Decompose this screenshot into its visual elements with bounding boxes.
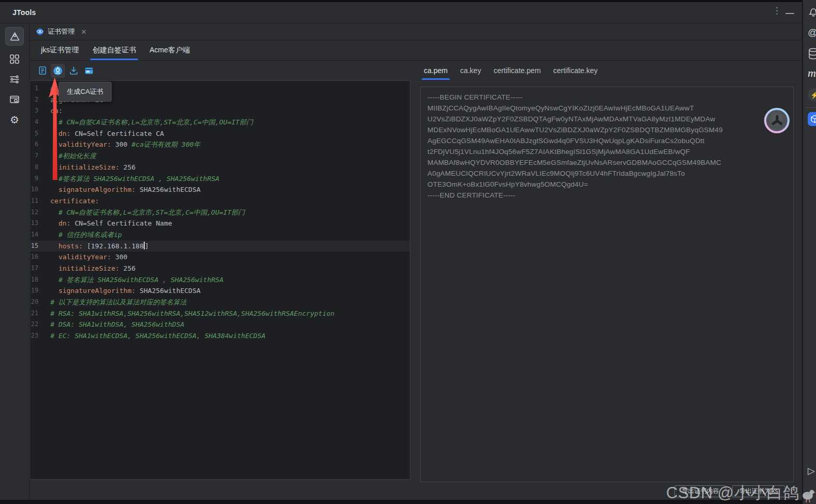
kebab-menu-icon[interactable]: ⋮: [772, 5, 780, 17]
subtab-create-self-signed-cert[interactable]: 创建自签证书: [86, 40, 143, 60]
code-line-6[interactable]: 6validityYear: 300 #ca证书有效期 300年: [30, 139, 410, 150]
code-segment-key: validityYear:: [59, 141, 112, 148]
code-segment-value: 256: [119, 264, 135, 272]
code-segment-comment: #签名算法 SHA256withECDSA , SHA256withRSA: [59, 175, 219, 183]
line-number: 16: [30, 251, 50, 263]
code-segment-value: 256: [119, 163, 135, 171]
side-app-strip: @ m ⚡ ▷: [802, 0, 816, 504]
code-line-22[interactable]: 22# DSA: SHA1withDSA, SHA256withDSA: [30, 319, 410, 330]
line-number: 23: [30, 330, 50, 342]
database-icon[interactable]: [808, 48, 816, 60]
watermark: CSDN @小小白鸽: [666, 482, 816, 504]
code-text: dn: CN=Self Certificate CA: [50, 128, 164, 139]
at-spiral-icon[interactable]: @: [808, 27, 816, 38]
cert-text-line: -----BEGIN CERTIFICATE-----: [427, 92, 786, 103]
code-line-17[interactable]: 17initializeSize: 256: [30, 263, 410, 274]
m-logo-icon[interactable]: m: [808, 66, 816, 80]
code-segment-comment: # 以下是支持的算法以及算法对应的签名算法: [50, 298, 187, 306]
line-number: 10: [30, 184, 50, 195]
code-line-3[interactable]: 3ca:: [30, 105, 410, 117]
cert-text-line: MAMBAf8wHQYDVR0OBBYEFEcM5eGSmfaeZtjUvNsA…: [427, 157, 786, 168]
code-line-5[interactable]: 5dn: CN=Self Certificate CA: [30, 128, 410, 139]
subtab-bar: jks证书管理创建自签证书Acme客户端: [30, 40, 806, 61]
code-segment-key: validityYear:: [59, 253, 112, 261]
browser-search-icon: [9, 94, 20, 105]
code-text: dn: CN=Self Certificate Name: [50, 218, 172, 229]
code-line-19[interactable]: 19signatureAlgorithm: SHA256withECDSA: [30, 285, 410, 297]
pigeon-icon: [800, 486, 816, 504]
cert-text-line: OTE3OmK+oBx1lG0FvsHpY8vhwg5OMCQgd4U=: [427, 179, 786, 190]
tab-certificate-pem[interactable]: certificate.pem: [487, 61, 547, 80]
code-segment-key: signatureAlgorithm:: [59, 287, 136, 295]
line-number: 13: [30, 218, 50, 229]
sliders-icon: [9, 74, 20, 85]
code-line-21[interactable]: 21# RSA: SHA1withRSA,SHA256withRSA,SHA51…: [30, 308, 410, 319]
code-segment-key: initializeSize:: [59, 264, 119, 272]
tab-certificate-management[interactable]: 证书管理 ✕: [30, 23, 93, 40]
editor-toolbar: [30, 61, 411, 80]
card-icon[interactable]: [82, 64, 96, 78]
sidebar-item-settings[interactable]: ⚙: [8, 113, 21, 127]
code-line-15[interactable]: 15hosts: [192.168.1.188]: [30, 241, 410, 252]
cert-text-line: -----END CERTIFICATE-----: [427, 190, 786, 201]
code-segment-value: 300: [111, 141, 131, 148]
code-text: # EC: SHA1withECDSA, SHA256withECDSA, SH…: [50, 330, 266, 342]
line-number: 11: [30, 195, 50, 207]
code-text: # 以下是支持的算法以及算法对应的签名算法: [50, 297, 187, 308]
code-line-9[interactable]: 9#签名算法 SHA256withECDSA , SHA256withRSA: [30, 173, 410, 185]
bell-icon[interactable]: [808, 6, 816, 18]
line-number: 22: [30, 319, 50, 330]
code-line-14[interactable]: 14# 信任的域名或者ip: [30, 229, 410, 241]
code-segment-comment: # RSA: SHA1withRSA,SHA256withRSA,SHA512w…: [50, 310, 335, 317]
generate-ca-button[interactable]: [51, 64, 65, 78]
line-number: 14: [30, 229, 50, 241]
code-line-7[interactable]: 7#初始化长度: [30, 150, 410, 162]
yaml-editor[interactable]: 1#2algorithm: EC3ca:4# CN=自签CA证书名称,L=北京市…: [30, 80, 410, 480]
code-line-8[interactable]: 8initializeSize: 256: [30, 162, 410, 173]
tab-label: 证书管理: [48, 27, 75, 36]
cube-app-icon[interactable]: [808, 112, 816, 126]
code-line-13[interactable]: 13dn: CN=Self Certificate Name: [30, 218, 410, 229]
code-line-12[interactable]: 12# CN=自签证书名称,L=北京市,ST=北京,C=中国,OU=IT部门: [30, 207, 410, 218]
tab-ca-key[interactable]: ca.key: [454, 61, 487, 80]
code-line-20[interactable]: 20# 以下是支持的算法以及算法对应的签名算法: [30, 297, 410, 308]
minimize-icon[interactable]: [785, 13, 794, 14]
line-number: 12: [30, 207, 50, 218]
subtab-acme-client[interactable]: Acme客户端: [143, 40, 197, 60]
subtab-jks-cert-manage[interactable]: jks证书管理: [34, 40, 86, 60]
close-icon[interactable]: ✕: [81, 28, 87, 36]
code-line-18[interactable]: 18# 签名算法 SHA256withECDSA , SHA256withRSA: [30, 274, 410, 286]
code-line-4[interactable]: 4# CN=自签CA证书名称,L=北京市,ST=北京,C=中国,OU=IT部门: [30, 117, 410, 128]
sidebar-item-browser[interactable]: [8, 93, 21, 106]
code-segment-value: [192.168.1.188: [83, 242, 144, 250]
code-text: validityYear: 300 #ca证书有效期 300年: [50, 139, 200, 150]
yellow-badge-icon[interactable]: ⚡: [808, 88, 816, 102]
editor-tab-bar: 证书管理 ✕: [30, 23, 802, 40]
cert-file-tab-bar: ca.pemca.keycertificate.pemcertificate.k…: [411, 61, 802, 80]
play-icon[interactable]: ▷: [808, 465, 815, 477]
document-icon[interactable]: [35, 64, 49, 78]
code-line-10[interactable]: 10signatureAlgorithm: SHA256withECDSA: [30, 184, 410, 195]
tab-ca-pem[interactable]: ca.pem: [418, 61, 454, 80]
code-segment-comment: # CN=自签证书名称,L=北京市,ST=北京,C=中国,OU=IT部门: [59, 208, 245, 216]
code-line-11[interactable]: 11certificate:: [30, 195, 410, 207]
code-segment-comment: #初始化长度: [59, 152, 96, 160]
sidebar-item-certificates[interactable]: [5, 27, 24, 46]
code-segment-value: ]: [145, 242, 149, 250]
cert-text-line: U2VsZiBDZXJ0aWZpY2F0ZSBDQTAgFw0yNTAxMjAw…: [427, 114, 786, 124]
tab-certificate-key[interactable]: certificate.key: [547, 61, 604, 80]
cert-text-line: A0gAMEUCIQCRIUCvYjrt2WRaVLIEc9MOQIj9Tc6U…: [427, 168, 786, 179]
sidebar-item-apps[interactable]: [8, 52, 21, 66]
code-line-16[interactable]: 16validityYear: 300: [30, 251, 410, 263]
certificate-content-field[interactable]: -----BEGIN CERTIFICATE-----MIIBZjCCAQygA…: [420, 87, 794, 482]
cert-text-line: MDExNVowHjEcMBoGA1UEAwwTU2VsZiBDZXJ0aWZp…: [427, 124, 786, 135]
code-text: initializeSize: 256: [50, 263, 135, 274]
sidebar-item-adjustments[interactable]: [8, 73, 21, 86]
code-text: # CN=自签CA证书名称,L=北京市,ST=北京,C=中国,OU=IT部门: [50, 117, 253, 128]
floating-logo[interactable]: [764, 108, 790, 133]
code-line-23[interactable]: 23# EC: SHA1withECDSA, SHA256withECDSA, …: [30, 330, 410, 342]
line-number: 15: [30, 241, 50, 252]
jtools-logo-icon: [766, 110, 787, 131]
download-icon[interactable]: [66, 64, 80, 78]
line-number: 18: [30, 274, 50, 286]
